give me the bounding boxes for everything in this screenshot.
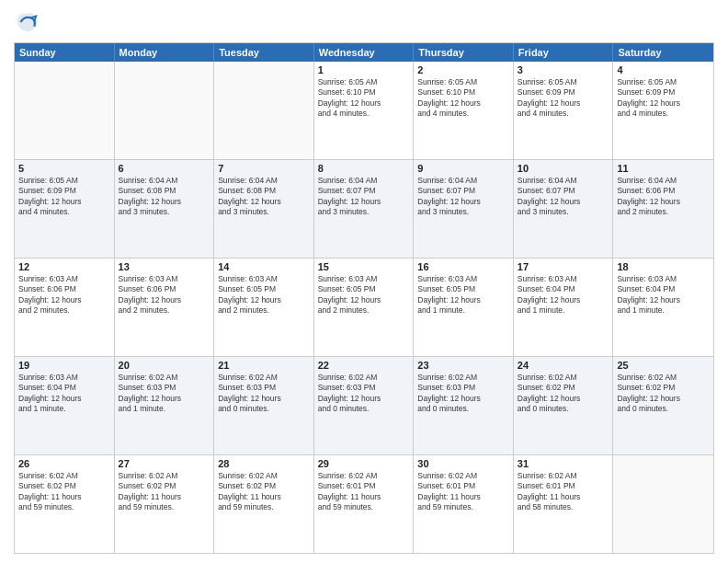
day-number: 5 xyxy=(18,163,110,174)
calendar-day-12: 12Sunrise: 6:03 AM Sunset: 6:06 PM Dayli… xyxy=(15,259,115,356)
calendar-empty-cell xyxy=(115,62,215,159)
calendar-row-4: 26Sunrise: 6:02 AM Sunset: 6:02 PM Dayli… xyxy=(15,454,713,553)
day-number: 18 xyxy=(617,261,710,272)
day-number: 28 xyxy=(218,458,310,469)
calendar-row-1: 5Sunrise: 6:05 AM Sunset: 6:09 PM Daylig… xyxy=(15,159,713,258)
calendar-empty-cell xyxy=(15,62,115,159)
day-number: 14 xyxy=(218,261,310,272)
day-info: Sunrise: 6:03 AM Sunset: 6:05 PM Dayligh… xyxy=(417,274,509,316)
day-info: Sunrise: 6:04 AM Sunset: 6:07 PM Dayligh… xyxy=(518,176,609,218)
day-number: 15 xyxy=(318,261,410,272)
calendar-day-7: 7Sunrise: 6:04 AM Sunset: 6:08 PM Daylig… xyxy=(214,160,314,258)
day-info: Sunrise: 6:05 AM Sunset: 6:10 PM Dayligh… xyxy=(417,77,509,120)
day-info: Sunrise: 6:02 AM Sunset: 6:03 PM Dayligh… xyxy=(218,373,310,415)
day-number: 31 xyxy=(518,458,609,469)
calendar-day-17: 17Sunrise: 6:03 AM Sunset: 6:04 PM Dayli… xyxy=(514,259,614,356)
day-number: 4 xyxy=(617,64,710,75)
day-number: 12 xyxy=(18,261,110,272)
calendar-day-27: 27Sunrise: 6:02 AM Sunset: 6:02 PM Dayli… xyxy=(115,455,215,553)
day-number: 17 xyxy=(518,261,609,272)
weekday-header-sunday: Sunday xyxy=(15,43,115,62)
calendar-row-3: 19Sunrise: 6:03 AM Sunset: 6:04 PM Dayli… xyxy=(15,356,713,454)
calendar-day-25: 25Sunrise: 6:02 AM Sunset: 6:02 PM Dayli… xyxy=(613,357,713,454)
day-number: 22 xyxy=(318,360,410,371)
day-number: 23 xyxy=(417,360,509,371)
day-number: 11 xyxy=(617,163,710,174)
header xyxy=(14,9,714,35)
day-number: 26 xyxy=(18,458,110,469)
day-number: 27 xyxy=(119,458,210,469)
day-number: 16 xyxy=(417,261,509,272)
calendar-row-0: 1Sunrise: 6:05 AM Sunset: 6:10 PM Daylig… xyxy=(15,62,713,159)
calendar-day-22: 22Sunrise: 6:02 AM Sunset: 6:03 PM Dayli… xyxy=(314,357,415,454)
day-info: Sunrise: 6:03 AM Sunset: 6:05 PM Dayligh… xyxy=(318,274,410,316)
day-info: Sunrise: 6:02 AM Sunset: 6:01 PM Dayligh… xyxy=(518,471,609,513)
weekday-header-wednesday: Wednesday xyxy=(314,43,415,62)
day-number: 24 xyxy=(518,360,609,371)
day-info: Sunrise: 6:05 AM Sunset: 6:10 PM Dayligh… xyxy=(318,77,410,120)
logo-icon xyxy=(14,9,40,35)
day-info: Sunrise: 6:02 AM Sunset: 6:02 PM Dayligh… xyxy=(218,471,310,513)
day-info: Sunrise: 6:04 AM Sunset: 6:08 PM Dayligh… xyxy=(119,176,210,218)
weekday-header-tuesday: Tuesday xyxy=(214,43,314,62)
day-number: 20 xyxy=(119,360,210,371)
calendar-day-23: 23Sunrise: 6:02 AM Sunset: 6:03 PM Dayli… xyxy=(414,357,514,454)
calendar: SundayMondayTuesdayWednesdayThursdayFrid… xyxy=(14,42,714,554)
calendar-day-9: 9Sunrise: 6:04 AM Sunset: 6:07 PM Daylig… xyxy=(414,160,514,258)
day-number: 21 xyxy=(218,360,310,371)
day-number: 25 xyxy=(617,360,710,371)
calendar-day-24: 24Sunrise: 6:02 AM Sunset: 6:02 PM Dayli… xyxy=(514,357,614,454)
day-info: Sunrise: 6:02 AM Sunset: 6:01 PM Dayligh… xyxy=(318,471,410,513)
calendar-day-26: 26Sunrise: 6:02 AM Sunset: 6:02 PM Dayli… xyxy=(15,455,115,553)
day-number: 2 xyxy=(417,64,509,75)
calendar-day-5: 5Sunrise: 6:05 AM Sunset: 6:09 PM Daylig… xyxy=(15,160,115,258)
day-info: Sunrise: 6:05 AM Sunset: 6:09 PM Dayligh… xyxy=(617,77,710,120)
day-number: 7 xyxy=(218,163,310,174)
day-info: Sunrise: 6:05 AM Sunset: 6:09 PM Dayligh… xyxy=(518,77,609,120)
day-number: 9 xyxy=(417,163,509,174)
day-info: Sunrise: 6:03 AM Sunset: 6:04 PM Dayligh… xyxy=(617,274,710,316)
calendar-day-21: 21Sunrise: 6:02 AM Sunset: 6:03 PM Dayli… xyxy=(214,357,314,454)
day-info: Sunrise: 6:03 AM Sunset: 6:05 PM Dayligh… xyxy=(218,274,310,316)
calendar-empty-cell xyxy=(613,455,713,553)
day-number: 19 xyxy=(18,360,110,371)
day-number: 30 xyxy=(417,458,509,469)
day-info: Sunrise: 6:02 AM Sunset: 6:01 PM Dayligh… xyxy=(417,471,509,513)
day-number: 13 xyxy=(119,261,210,272)
day-info: Sunrise: 6:04 AM Sunset: 6:08 PM Dayligh… xyxy=(218,176,310,218)
day-info: Sunrise: 6:03 AM Sunset: 6:06 PM Dayligh… xyxy=(18,274,110,316)
calendar-day-14: 14Sunrise: 6:03 AM Sunset: 6:05 PM Dayli… xyxy=(214,259,314,356)
calendar-day-10: 10Sunrise: 6:04 AM Sunset: 6:07 PM Dayli… xyxy=(514,160,614,258)
day-info: Sunrise: 6:02 AM Sunset: 6:03 PM Dayligh… xyxy=(119,373,210,415)
calendar-day-31: 31Sunrise: 6:02 AM Sunset: 6:01 PM Dayli… xyxy=(514,455,614,553)
calendar-body: 1Sunrise: 6:05 AM Sunset: 6:10 PM Daylig… xyxy=(15,62,713,553)
day-number: 8 xyxy=(318,163,410,174)
weekday-header-thursday: Thursday xyxy=(414,43,514,62)
calendar-day-11: 11Sunrise: 6:04 AM Sunset: 6:06 PM Dayli… xyxy=(613,160,713,258)
logo xyxy=(14,9,43,35)
calendar-day-13: 13Sunrise: 6:03 AM Sunset: 6:06 PM Dayli… xyxy=(115,259,215,356)
calendar-day-18: 18Sunrise: 6:03 AM Sunset: 6:04 PM Dayli… xyxy=(613,259,713,356)
day-number: 29 xyxy=(318,458,410,469)
day-info: Sunrise: 6:02 AM Sunset: 6:03 PM Dayligh… xyxy=(318,373,410,415)
day-number: 10 xyxy=(518,163,609,174)
day-info: Sunrise: 6:04 AM Sunset: 6:07 PM Dayligh… xyxy=(417,176,509,218)
day-info: Sunrise: 6:02 AM Sunset: 6:02 PM Dayligh… xyxy=(18,471,110,513)
calendar-day-8: 8Sunrise: 6:04 AM Sunset: 6:07 PM Daylig… xyxy=(314,160,415,258)
calendar-day-15: 15Sunrise: 6:03 AM Sunset: 6:05 PM Dayli… xyxy=(314,259,415,356)
weekday-header-friday: Friday xyxy=(514,43,614,62)
calendar-day-19: 19Sunrise: 6:03 AM Sunset: 6:04 PM Dayli… xyxy=(15,357,115,454)
calendar-row-2: 12Sunrise: 6:03 AM Sunset: 6:06 PM Dayli… xyxy=(15,258,713,356)
calendar-day-6: 6Sunrise: 6:04 AM Sunset: 6:08 PM Daylig… xyxy=(115,160,215,258)
day-info: Sunrise: 6:02 AM Sunset: 6:02 PM Dayligh… xyxy=(617,373,710,415)
calendar-day-28: 28Sunrise: 6:02 AM Sunset: 6:02 PM Dayli… xyxy=(214,455,314,553)
calendar-day-4: 4Sunrise: 6:05 AM Sunset: 6:09 PM Daylig… xyxy=(613,62,713,159)
day-info: Sunrise: 6:04 AM Sunset: 6:07 PM Dayligh… xyxy=(318,176,410,218)
weekday-header-monday: Monday xyxy=(115,43,215,62)
calendar-header: SundayMondayTuesdayWednesdayThursdayFrid… xyxy=(15,43,713,62)
day-number: 3 xyxy=(518,64,609,75)
day-info: Sunrise: 6:02 AM Sunset: 6:02 PM Dayligh… xyxy=(518,373,609,415)
day-info: Sunrise: 6:02 AM Sunset: 6:02 PM Dayligh… xyxy=(119,471,210,513)
day-info: Sunrise: 6:03 AM Sunset: 6:04 PM Dayligh… xyxy=(18,373,110,415)
page: SundayMondayTuesdayWednesdayThursdayFrid… xyxy=(0,0,728,563)
